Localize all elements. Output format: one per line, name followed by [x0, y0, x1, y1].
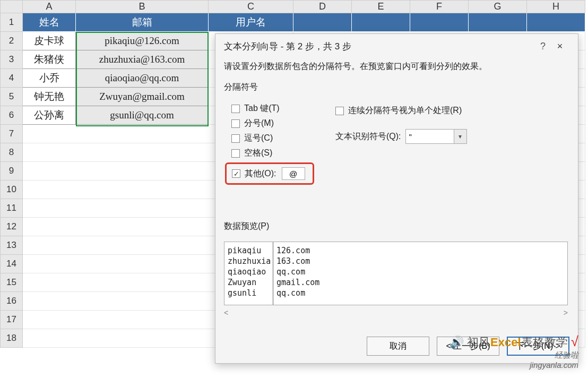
checkbox-label: 其他(O): [245, 168, 276, 179]
delimiter-space[interactable]: 空格(S) [231, 148, 569, 159]
row-header[interactable]: 12 [1, 218, 23, 236]
preview-cell: qiaoqiao [228, 267, 269, 277]
dialog-title: 文本分列向导 - 第 2 步，共 3 步 [224, 40, 535, 53]
checkbox-icon[interactable] [335, 107, 344, 115]
dialog-titlebar[interactable]: 文本分列向导 - 第 2 步，共 3 步 ? × [215, 34, 578, 58]
cell-B4[interactable]: qiaoqiao@qq.com [76, 69, 209, 88]
help-button[interactable]: ? [535, 41, 550, 52]
checkbox-label: 逗号(C) [244, 133, 273, 144]
checkbox-icon[interactable] [231, 134, 240, 143]
col-header-H[interactable]: H [527, 1, 585, 13]
col-header-A[interactable]: A [23, 1, 76, 13]
row-header[interactable]: 10 [1, 181, 23, 199]
row-header[interactable]: 5 [1, 88, 23, 106]
row-header[interactable]: 6 [1, 106, 23, 125]
checkbox-icon[interactable] [231, 105, 240, 113]
delimiters-group: Tab 键(T) 分号(M) 逗号(C) 空格(S) 其他(O): [224, 96, 569, 189]
cell-B6[interactable]: gsunli@qq.com [76, 106, 209, 125]
next-button[interactable]: 下一步(N) > [507, 337, 569, 356]
delimiter-other[interactable]: 其他(O): [225, 162, 314, 185]
col-header-E[interactable]: E [352, 1, 410, 13]
row-header[interactable]: 15 [1, 273, 23, 292]
checkbox-icon[interactable] [232, 169, 240, 178]
row-header[interactable]: 8 [1, 143, 23, 162]
cell-A2[interactable]: 皮卡球 [23, 32, 76, 50]
preview-column-2: 126.com 163.com qq.com gmail.com qq.com [273, 242, 567, 305]
dialog-button-row: 取消 < 上一步(B) 下一步(N) > [367, 337, 569, 356]
row-header[interactable]: 16 [1, 292, 23, 311]
delimiters-group-label: 分隔符号 [224, 82, 569, 93]
cell-B2[interactable]: pikaqiu@126.com [76, 32, 209, 50]
checkbox-icon[interactable] [231, 149, 240, 158]
cell[interactable] [293, 13, 352, 32]
col-header-D[interactable]: D [293, 1, 352, 13]
preview-column-1: pikaqiu zhuzhuxia qiaoqiao Zwuyan gsunli [224, 242, 273, 305]
preview-cell: Zwuyan [228, 277, 269, 288]
cell-A4[interactable]: 小乔 [23, 69, 76, 88]
preview-cell: gsunli [228, 288, 269, 298]
preview-cell: 163.com [276, 256, 563, 267]
preview-cell: qq.com [276, 267, 563, 277]
data-preview: pikaqiu zhuzhuxia qiaoqiao Zwuyan gsunli… [224, 242, 568, 305]
cell-B5[interactable]: Zwuyan@gmail.com [76, 88, 209, 106]
back-button[interactable]: < 上一步(B) [437, 337, 499, 356]
preview-scrollbar[interactable]: < > [224, 308, 568, 317]
cell-A5[interactable]: 钟无艳 [23, 88, 76, 106]
col-header-F[interactable]: F [410, 1, 469, 13]
text-qualifier-row: 文本识别符号(Q): ▾ [335, 129, 467, 144]
close-button[interactable]: × [550, 41, 569, 52]
checkbox-label: 连续分隔符号视为单个处理(R) [348, 105, 462, 116]
cell[interactable] [352, 13, 410, 32]
row-header[interactable]: 18 [1, 329, 23, 348]
dropdown-icon[interactable]: ▾ [454, 129, 467, 144]
row-header[interactable]: 3 [1, 50, 23, 69]
dialog-description: 请设置分列数据所包含的分隔符号。在预览窗口内可看到分列的效果。 [224, 61, 569, 72]
row-header[interactable]: 4 [1, 69, 23, 88]
cell[interactable] [527, 13, 585, 32]
checkbox-icon[interactable] [231, 119, 240, 128]
treat-consecutive-checkbox[interactable]: 连续分隔符号视为单个处理(R) [335, 105, 467, 116]
cell-B1[interactable]: 邮箱 [76, 13, 209, 32]
row-header[interactable]: 1 [1, 13, 23, 32]
text-qualifier-input[interactable] [405, 129, 454, 144]
preview-cell: gmail.com [276, 277, 563, 288]
preview-cell: 126.com [276, 245, 563, 256]
select-all-corner[interactable] [1, 1, 23, 13]
checkbox-label: 分号(M) [244, 118, 274, 129]
row-header[interactable]: 17 [1, 311, 23, 329]
row-header[interactable]: 14 [1, 255, 23, 273]
row-header[interactable]: 9 [1, 162, 23, 181]
cell-A6[interactable]: 公孙离 [23, 106, 76, 125]
checkbox-label: 空格(S) [244, 148, 272, 159]
cell[interactable] [410, 13, 469, 32]
checkbox-label: Tab 键(T) [244, 103, 280, 114]
col-header-B[interactable]: B [76, 1, 209, 13]
preview-cell: qq.com [276, 288, 563, 298]
cell-A3[interactable]: 朱猪侠 [23, 50, 76, 69]
preview-cell: pikaqiu [228, 245, 269, 256]
cancel-button[interactable]: 取消 [367, 337, 429, 356]
other-delimiter-input[interactable] [282, 167, 305, 180]
col-header-C[interactable]: C [209, 1, 293, 13]
scroll-left-icon[interactable]: < [224, 308, 228, 317]
row-header[interactable]: 7 [1, 125, 23, 143]
row-header[interactable]: 13 [1, 236, 23, 255]
preview-label: 数据预览(P) [224, 221, 569, 232]
text-to-columns-dialog: 文本分列向导 - 第 2 步，共 3 步 ? × 请设置分列数据所包含的分隔符号… [215, 33, 578, 364]
scroll-right-icon[interactable]: > [564, 308, 568, 317]
row-header[interactable]: 2 [1, 32, 23, 50]
cell[interactable] [469, 13, 527, 32]
preview-cell: zhuzhuxia [228, 256, 269, 267]
cell-B3[interactable]: zhuzhuxia@163.com [76, 50, 209, 69]
cell-C1[interactable]: 用户名 [209, 13, 293, 32]
col-header-G[interactable]: G [469, 1, 527, 13]
row-header[interactable]: 11 [1, 199, 23, 218]
cell-A1[interactable]: 姓名 [23, 13, 76, 32]
text-qualifier-label: 文本识别符号(Q): [335, 131, 401, 142]
